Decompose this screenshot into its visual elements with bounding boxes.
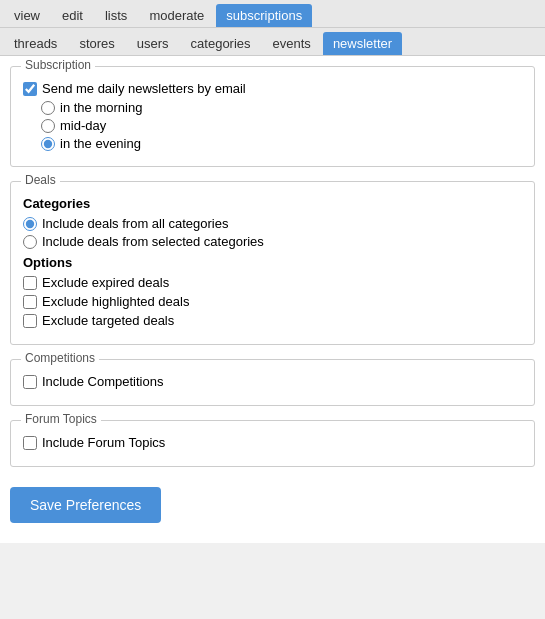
subnav-categories[interactable]: categories	[181, 32, 261, 55]
exclude-targeted-checkbox[interactable]	[23, 314, 37, 328]
subnav-threads[interactable]: threads	[4, 32, 67, 55]
exclude-highlighted-checkbox[interactable]	[23, 295, 37, 309]
time-options: in the morning mid-day in the evening	[41, 100, 522, 151]
forum-topics-section: Forum Topics Include Forum Topics	[10, 420, 535, 467]
forum-topics-legend: Forum Topics	[21, 412, 101, 426]
send-daily-label[interactable]: Send me daily newsletters by email	[42, 81, 246, 96]
selected-categories-label[interactable]: Include deals from selected categories	[42, 234, 264, 249]
morning-label[interactable]: in the morning	[60, 100, 142, 115]
nav-subscriptions[interactable]: subscriptions	[216, 4, 312, 27]
exclude-targeted-label[interactable]: Exclude targeted deals	[42, 313, 174, 328]
all-categories-radio[interactable]	[23, 217, 37, 231]
subnav-events[interactable]: events	[263, 32, 321, 55]
exclude-expired-label[interactable]: Exclude expired deals	[42, 275, 169, 290]
selected-categories-radio[interactable]	[23, 235, 37, 249]
subscription-legend: Subscription	[21, 58, 95, 72]
nav-view[interactable]: view	[4, 4, 50, 27]
include-forum-topics-label[interactable]: Include Forum Topics	[42, 435, 165, 450]
categories-group-label: Categories	[23, 196, 522, 211]
evening-radio[interactable]	[41, 137, 55, 151]
second-nav: threads stores users categories events n…	[0, 28, 545, 56]
midday-radio[interactable]	[41, 119, 55, 133]
midday-label[interactable]: mid-day	[60, 118, 106, 133]
include-competitions-checkbox[interactable]	[23, 375, 37, 389]
save-preferences-button[interactable]: Save Preferences	[10, 487, 161, 523]
exclude-expired-checkbox[interactable]	[23, 276, 37, 290]
subnav-stores[interactable]: stores	[69, 32, 124, 55]
include-forum-topics-checkbox[interactable]	[23, 436, 37, 450]
deals-section: Deals Categories Include deals from all …	[10, 181, 535, 345]
morning-radio[interactable]	[41, 101, 55, 115]
nav-moderate[interactable]: moderate	[139, 4, 214, 27]
competitions-section: Competitions Include Competitions	[10, 359, 535, 406]
evening-label[interactable]: in the evening	[60, 136, 141, 151]
send-daily-checkbox[interactable]	[23, 82, 37, 96]
deals-legend: Deals	[21, 173, 60, 187]
subscription-section: Subscription Send me daily newsletters b…	[10, 66, 535, 167]
options-group-label: Options	[23, 255, 522, 270]
include-competitions-label[interactable]: Include Competitions	[42, 374, 163, 389]
subnav-users[interactable]: users	[127, 32, 179, 55]
all-categories-label[interactable]: Include deals from all categories	[42, 216, 228, 231]
top-nav: view edit lists moderate subscriptions	[0, 0, 545, 28]
exclude-highlighted-label[interactable]: Exclude highlighted deals	[42, 294, 189, 309]
content-area: Subscription Send me daily newsletters b…	[0, 56, 545, 543]
competitions-legend: Competitions	[21, 351, 99, 365]
subnav-newsletter[interactable]: newsletter	[323, 32, 402, 55]
nav-lists[interactable]: lists	[95, 4, 137, 27]
nav-edit[interactable]: edit	[52, 4, 93, 27]
